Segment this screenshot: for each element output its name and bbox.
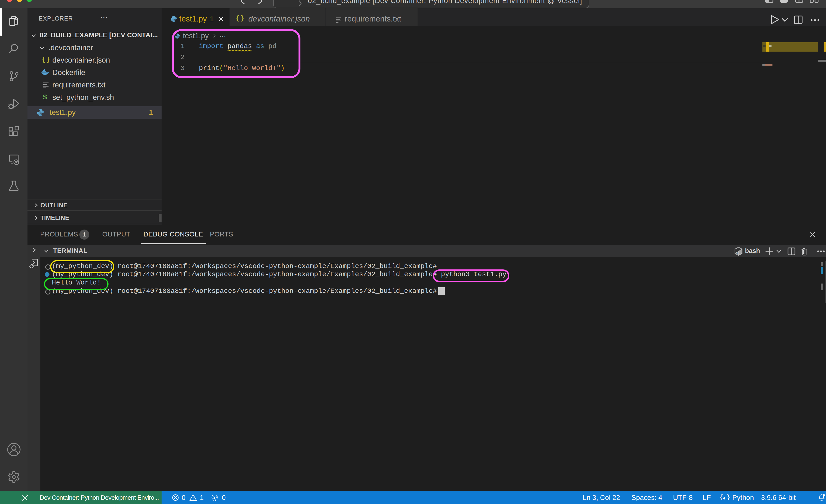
svg-text:$: $	[736, 252, 738, 255]
